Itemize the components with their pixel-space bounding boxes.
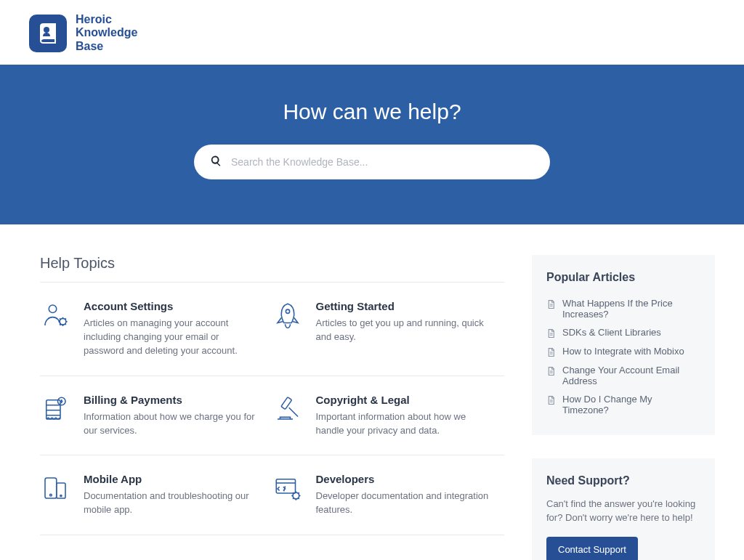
article-title: SDKs & Client Libraries	[562, 327, 661, 338]
document-icon	[546, 328, 556, 338]
article-link[interactable]: How to Integrate with Mobixo	[546, 342, 700, 361]
topic-getting-started[interactable]: Getting Started Articles to get you up a…	[272, 283, 505, 376]
topic-desc: Important information about how we handl…	[316, 410, 499, 438]
topic-title: Developers	[316, 473, 499, 485]
topics-grid: Account Settings Articles on managing yo…	[40, 282, 504, 535]
article-title: How to Integrate with Mobixo	[562, 346, 684, 357]
topic-desc: Articles to get you up and running, quic…	[316, 317, 499, 344]
topics-heading: Help Topics	[40, 255, 504, 272]
search-container[interactable]	[194, 145, 550, 179]
topic-copyright-legal[interactable]: Copyright & Legal Important information …	[272, 376, 505, 456]
article-title: Change Your Account Email Address	[562, 365, 700, 386]
header: Heroic Knowledge Base	[0, 0, 744, 65]
article-link[interactable]: Change Your Account Email Address	[546, 361, 700, 390]
topic-desc: Information about how we charge you for …	[84, 410, 267, 438]
svg-point-10	[60, 495, 62, 497]
logo-icon	[29, 15, 67, 52]
article-link[interactable]: What Happens If the Price Increases?	[546, 294, 700, 323]
topic-body: Mobile App Documentation and troubleshoo…	[84, 473, 267, 517]
invoice-icon	[40, 394, 70, 424]
svg-rect-6	[280, 397, 291, 409]
hero-title: How can we help?	[0, 100, 744, 124]
popular-heading: Popular Articles	[546, 271, 700, 284]
topic-body: Billing & Payments Information about how…	[84, 394, 267, 438]
logo-text-line: Heroic	[76, 13, 137, 26]
topic-desc: Developer documentation and integration …	[316, 490, 499, 517]
document-icon	[546, 395, 556, 405]
support-heading: Need Support?	[546, 474, 700, 487]
svg-point-0	[44, 27, 49, 33]
topic-title: Billing & Payments	[84, 394, 267, 406]
topic-title: Getting Started	[316, 300, 499, 312]
search-icon	[210, 155, 222, 170]
topic-body: Developers Developer documentation and i…	[316, 473, 499, 517]
topic-account-settings[interactable]: Account Settings Articles on managing yo…	[40, 283, 272, 376]
mobile-devices-icon	[40, 473, 70, 503]
support-text: Can't find the answer you're looking for…	[546, 498, 700, 525]
topic-title: Account Settings	[84, 300, 267, 312]
topic-body: Account Settings Articles on managing yo…	[84, 300, 267, 358]
topic-billing-payments[interactable]: Billing & Payments Information about how…	[40, 376, 272, 456]
svg-rect-11	[276, 479, 295, 493]
topic-desc: Documentation and troubleshooting our mo…	[84, 490, 267, 517]
topic-title: Mobile App	[84, 473, 267, 485]
svg-point-3	[286, 309, 289, 313]
hero-banner: How can we help?	[0, 65, 744, 224]
article-title: What Happens If the Price Increases?	[562, 298, 700, 320]
need-support-box: Need Support? Can't find the answer you'…	[532, 458, 715, 560]
contact-support-button[interactable]: Contact Support	[546, 537, 638, 560]
sidebar: Popular Articles What Happens If the Pri…	[532, 255, 715, 560]
logo-text: Heroic Knowledge Base	[76, 13, 137, 53]
topic-desc: Articles on managing your account includ…	[84, 317, 267, 358]
document-icon	[546, 347, 556, 357]
gavel-icon	[272, 394, 303, 424]
logo-text-line: Knowledge	[76, 26, 137, 39]
svg-point-8	[50, 495, 52, 497]
document-icon	[546, 366, 556, 376]
article-title: How Do I Change My Timezone?	[562, 394, 700, 415]
rocket-icon	[272, 300, 303, 330]
topic-mobile-app[interactable]: Mobile App Documentation and troubleshoo…	[40, 455, 272, 535]
popular-articles-box: Popular Articles What Happens If the Pri…	[532, 255, 715, 435]
topic-developers[interactable]: Developers Developer documentation and i…	[272, 455, 505, 535]
popular-articles-list: What Happens If the Price Increases? SDK…	[546, 294, 700, 419]
main-container: Help Topics Account Settings Articles on…	[0, 224, 744, 560]
logo-text-line: Base	[76, 40, 137, 53]
article-link[interactable]: How Do I Change My Timezone?	[546, 390, 700, 419]
topic-title: Copyright & Legal	[316, 394, 499, 406]
user-gear-icon	[40, 300, 70, 330]
svg-rect-7	[45, 478, 57, 498]
code-gear-icon	[272, 473, 303, 503]
search-input[interactable]	[231, 156, 534, 168]
main-column: Help Topics Account Settings Articles on…	[40, 255, 504, 535]
topic-body: Copyright & Legal Important information …	[316, 394, 499, 438]
svg-point-1	[49, 305, 57, 313]
document-icon	[546, 299, 556, 309]
topic-body: Getting Started Articles to get you up a…	[316, 300, 499, 358]
article-link[interactable]: SDKs & Client Libraries	[546, 323, 700, 342]
